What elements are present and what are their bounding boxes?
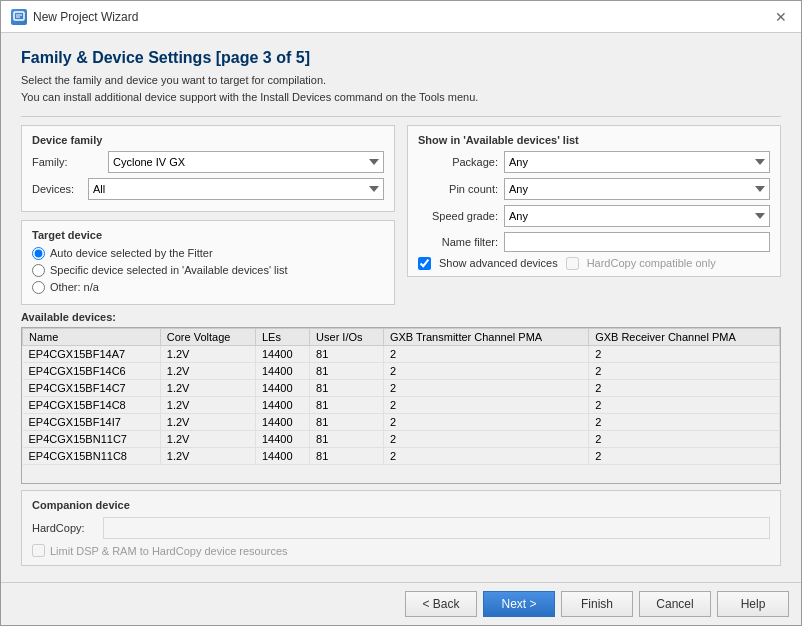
radio-auto-row: Auto device selected by the Fitter	[32, 247, 384, 260]
available-devices-table: Name Core Voltage LEs User I/Os GXB Tran…	[22, 328, 780, 465]
companion-device-label: Companion device	[32, 499, 770, 511]
table-cell: 2	[589, 430, 780, 447]
window-title: New Project Wizard	[33, 10, 138, 24]
page-title: Family & Device Settings [page 3 of 5]	[21, 49, 781, 67]
name-filter-input[interactable]	[504, 232, 770, 252]
table-row[interactable]: EP4CGX15BN11C71.2V144008122	[23, 430, 780, 447]
table-cell: EP4CGX15BF14C8	[23, 396, 161, 413]
close-button[interactable]: ✕	[771, 7, 791, 27]
right-panel: Show in 'Available devices' list Package…	[407, 125, 781, 311]
radio-specific-row: Specific device selected in 'Available d…	[32, 264, 384, 277]
hardcopy-row: HardCopy:	[32, 517, 770, 539]
col-user-ios: User I/Os	[310, 328, 384, 345]
table-cell: 2	[383, 345, 588, 362]
table-cell: 14400	[255, 379, 309, 396]
table-cell: 1.2V	[160, 379, 255, 396]
next-button[interactable]: Next >	[483, 591, 555, 617]
table-cell: 2	[589, 413, 780, 430]
col-les: LEs	[255, 328, 309, 345]
table-cell: 14400	[255, 413, 309, 430]
table-cell: 2	[589, 396, 780, 413]
cancel-button[interactable]: Cancel	[639, 591, 711, 617]
speed-grade-select[interactable]: Any	[504, 205, 770, 227]
radio-specific-label[interactable]: Specific device selected in 'Available d…	[50, 264, 288, 276]
table-cell: 14400	[255, 362, 309, 379]
show-advanced-label[interactable]: Show advanced devices	[439, 257, 558, 269]
table-cell: 2	[383, 413, 588, 430]
back-button[interactable]: < Back	[405, 591, 477, 617]
table-header: Name Core Voltage LEs User I/Os GXB Tran…	[23, 328, 780, 345]
table-cell: 81	[310, 447, 384, 464]
table-cell: 14400	[255, 447, 309, 464]
table-row[interactable]: EP4CGX15BF14I71.2V144008122	[23, 413, 780, 430]
show-advanced-row: Show advanced devices HardCopy compatibl…	[418, 257, 770, 270]
title-bar: New Project Wizard ✕	[1, 1, 801, 33]
table-row[interactable]: EP4CGX15BF14A71.2V144008122	[23, 345, 780, 362]
hardcopy-field-label: HardCopy:	[32, 522, 97, 534]
table-cell: EP4CGX15BN11C8	[23, 447, 161, 464]
table-cell: 14400	[255, 396, 309, 413]
radio-other[interactable]	[32, 281, 45, 294]
radio-auto-label[interactable]: Auto device selected by the Fitter	[50, 247, 213, 259]
main-window: New Project Wizard ✕ Family & Device Set…	[0, 0, 802, 626]
table-cell: EP4CGX15BF14I7	[23, 413, 161, 430]
limit-dsp-checkbox[interactable]	[32, 544, 45, 557]
table-row[interactable]: EP4CGX15BF14C71.2V144008122	[23, 379, 780, 396]
package-label: Package:	[418, 156, 498, 168]
table-cell: 81	[310, 396, 384, 413]
finish-button[interactable]: Finish	[561, 591, 633, 617]
family-row: Family: Cyclone IV GX	[32, 151, 384, 173]
table-row[interactable]: EP4CGX15BN11C81.2V144008122	[23, 447, 780, 464]
package-select[interactable]: Any	[504, 151, 770, 173]
table-cell: 1.2V	[160, 362, 255, 379]
family-select[interactable]: Cyclone IV GX	[108, 151, 384, 173]
devices-label: Devices:	[32, 183, 82, 195]
available-devices-table-container: Name Core Voltage LEs User I/Os GXB Tran…	[21, 327, 781, 484]
separator	[21, 116, 781, 117]
description-line1: Select the family and device you want to…	[21, 73, 781, 88]
table-cell: 14400	[255, 345, 309, 362]
package-row: Package: Any	[418, 151, 770, 173]
table-cell: 2	[383, 362, 588, 379]
col-name: Name	[23, 328, 161, 345]
table-cell: 2	[383, 379, 588, 396]
col-core-voltage: Core Voltage	[160, 328, 255, 345]
companion-device-section: Companion device HardCopy: Limit DSP & R…	[21, 490, 781, 566]
table-cell: 2	[589, 447, 780, 464]
svg-rect-0	[14, 12, 24, 20]
hardcopy-select[interactable]	[103, 517, 770, 539]
devices-row: Devices: All	[32, 178, 384, 200]
devices-select[interactable]: All	[88, 178, 384, 200]
hardcopy-compatible-checkbox[interactable]	[566, 257, 579, 270]
col-gxb-rx: GXB Receiver Channel PMA	[589, 328, 780, 345]
available-devices-section: Available devices: Name Core Voltage LEs…	[21, 311, 781, 484]
table-cell: 81	[310, 362, 384, 379]
table-header-row: Name Core Voltage LEs User I/Os GXB Tran…	[23, 328, 780, 345]
table-body: EP4CGX15BF14A71.2V144008122EP4CGX15BF14C…	[23, 345, 780, 464]
table-cell: EP4CGX15BN11C7	[23, 430, 161, 447]
limit-dsp-label: Limit DSP & RAM to HardCopy device resou…	[50, 545, 288, 557]
radio-other-row: Other: n/a	[32, 281, 384, 294]
table-cell: 2	[383, 447, 588, 464]
show-advanced-checkbox[interactable]	[418, 257, 431, 270]
table-cell: 1.2V	[160, 396, 255, 413]
hardcopy-compatible-label: HardCopy compatible only	[587, 257, 716, 269]
table-cell: 1.2V	[160, 413, 255, 430]
table-row[interactable]: EP4CGX15BF14C81.2V144008122	[23, 396, 780, 413]
table-cell: 2	[383, 430, 588, 447]
speed-grade-label: Speed grade:	[418, 210, 498, 222]
device-family-section: Device family Family: Cyclone IV GX Devi…	[21, 125, 395, 212]
radio-other-label[interactable]: Other: n/a	[50, 281, 99, 293]
window-icon	[11, 9, 27, 25]
radio-specific[interactable]	[32, 264, 45, 277]
table-cell: 2	[589, 362, 780, 379]
name-filter-row: Name filter:	[418, 232, 770, 252]
table-row[interactable]: EP4CGX15BF14C61.2V144008122	[23, 362, 780, 379]
radio-auto[interactable]	[32, 247, 45, 260]
table-cell: EP4CGX15BF14C7	[23, 379, 161, 396]
table-scroll[interactable]: Name Core Voltage LEs User I/Os GXB Tran…	[22, 328, 780, 483]
pin-count-select[interactable]: Any	[504, 178, 770, 200]
table-cell: 2	[589, 345, 780, 362]
help-button[interactable]: Help	[717, 591, 789, 617]
table-cell: EP4CGX15BF14C6	[23, 362, 161, 379]
